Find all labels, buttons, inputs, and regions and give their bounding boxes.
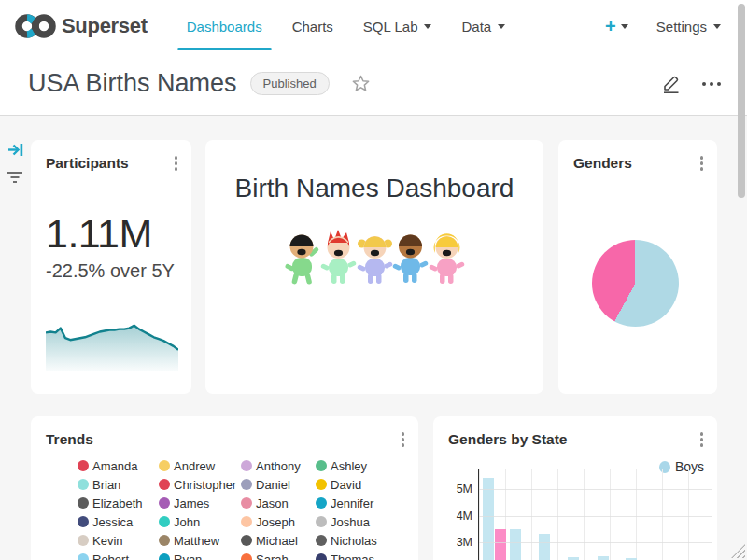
nav-tab-sqllab[interactable]: SQL Lab: [348, 0, 447, 52]
caret-down-icon: [424, 24, 431, 29]
settings-label: Settings: [656, 19, 707, 35]
legend-item[interactable]: Sarah: [241, 550, 316, 560]
legend-dot-icon: [78, 535, 89, 546]
legend-dot-icon: [78, 497, 89, 509]
legend-label: Sarah: [256, 553, 289, 560]
nav-tab-dashboards[interactable]: Dashboards: [172, 0, 277, 52]
legend-label: Amanda: [92, 459, 137, 473]
published-badge[interactable]: Published: [250, 72, 330, 95]
legend-label: Jason: [256, 497, 289, 511]
legend-dot-icon: [159, 553, 170, 560]
legend-item[interactable]: Brian: [78, 475, 159, 494]
legend-item[interactable]: Thomas: [316, 550, 418, 560]
legend-item[interactable]: Joshua: [316, 512, 418, 531]
filter-list-button[interactable]: [7, 170, 23, 189]
legend-label: Brian: [92, 478, 120, 492]
legend-dot-icon: [316, 460, 327, 471]
gridline: [479, 516, 712, 517]
legend-dot-icon: [316, 497, 327, 509]
bar-boys[interactable]: [510, 529, 521, 560]
bar-boys[interactable]: [598, 556, 609, 560]
bar-boys[interactable]: [483, 478, 494, 560]
legend-item[interactable]: Nicholas: [316, 531, 418, 550]
legend-item[interactable]: James: [159, 494, 241, 512]
brand-name: Superset: [62, 14, 148, 38]
gridline: [479, 542, 712, 543]
edit-dashboard-button[interactable]: [661, 73, 682, 94]
legend-item[interactable]: Jessica: [78, 512, 159, 531]
chart-kebab-menu[interactable]: [698, 430, 706, 449]
legend-item[interactable]: Jennifer: [316, 494, 418, 512]
bar-boys[interactable]: [539, 534, 550, 560]
legend-item[interactable]: Anthony: [241, 456, 316, 475]
legend-dot-icon: [241, 535, 252, 546]
legend-item[interactable]: Andrew: [159, 456, 241, 475]
trendline-sparkline[interactable]: [46, 317, 178, 371]
legend-label: Kevin: [92, 534, 123, 548]
genders-pie-chart[interactable]: [592, 240, 679, 327]
pencil-icon: [661, 73, 682, 94]
arrow-to-bar-icon: [7, 142, 24, 158]
y-tick-label: 3M: [433, 536, 472, 549]
more-actions-button[interactable]: [698, 78, 725, 90]
y-tick-label: 5M: [433, 483, 472, 496]
legend-dot-icon: [159, 535, 170, 546]
resize-handle-icon[interactable]: [731, 544, 745, 558]
chart-title: Genders: [573, 155, 632, 172]
legend-item[interactable]: Kevin: [78, 531, 159, 550]
nav-tab-charts[interactable]: Charts: [277, 0, 348, 52]
legend-item[interactable]: Daniel: [241, 475, 316, 494]
superset-logo[interactable]: Superset: [15, 12, 148, 40]
legend-dot-icon: [159, 479, 170, 490]
legend-item[interactable]: Jason: [241, 494, 316, 512]
legend-label: Matthew: [174, 534, 219, 548]
caret-down-icon: [498, 24, 505, 29]
caret-down-icon: [621, 24, 628, 29]
legend-item[interactable]: Robert: [78, 550, 159, 560]
legend-dot-icon: [241, 460, 252, 471]
chart-kebab-menu[interactable]: [400, 430, 407, 449]
bar-girls[interactable]: [495, 529, 506, 560]
legend-dot-icon: [316, 535, 327, 546]
legend-label: Michael: [256, 534, 298, 548]
bar-chart-plot-area[interactable]: [479, 469, 712, 560]
chart-kebab-menu[interactable]: [173, 154, 180, 173]
star-icon: [350, 73, 372, 94]
legend-dot-icon: [316, 479, 327, 490]
legend-item[interactable]: Michael: [241, 531, 316, 550]
legend-label: John: [174, 515, 200, 529]
legend-item[interactable]: Ashley: [316, 456, 418, 475]
legend-item[interactable]: John: [159, 512, 241, 531]
nav-tab-label: Charts: [292, 19, 333, 35]
nav-tab-data[interactable]: Data: [446, 0, 520, 52]
legend-dot-icon: [159, 516, 170, 527]
legend-dot-icon: [78, 553, 89, 560]
superset-dashboard-page: Superset Dashboards Charts SQL Lab Data …: [0, 0, 747, 560]
ellipsis-icon: [702, 82, 706, 86]
legend-item[interactable]: Matthew: [159, 531, 241, 550]
legend-dot-icon: [159, 460, 170, 471]
expand-filter-bar-button[interactable]: [7, 142, 24, 161]
chart-title: Participants: [46, 155, 129, 172]
legend-label: Joshua: [331, 515, 370, 529]
favorite-star-button[interactable]: [350, 73, 372, 94]
gridline: [479, 489, 712, 490]
header-actions: [661, 73, 725, 94]
legend-item[interactable]: Amanda: [78, 456, 159, 475]
ellipsis-icon: [710, 82, 713, 86]
legend-item[interactable]: Elizabeth: [78, 494, 159, 512]
legend-item[interactable]: Christopher: [159, 475, 241, 494]
chart-card-genders-by-state: Genders by State Boys 5M4M3M: [433, 416, 717, 560]
new-item-button[interactable]: +: [605, 16, 628, 37]
legend-item[interactable]: Ryan: [159, 550, 241, 560]
legend-item[interactable]: David: [316, 475, 418, 494]
chart-kebab-menu[interactable]: [698, 154, 706, 173]
settings-menu[interactable]: Settings: [656, 19, 721, 35]
big-number-value: 1.11M: [46, 211, 191, 257]
plus-icon: +: [605, 16, 616, 37]
scrollbar-thumb[interactable]: [738, 4, 745, 198]
ellipsis-icon: [717, 82, 721, 86]
legend-label: Nicholas: [331, 534, 377, 548]
nav-tab-label: SQL Lab: [363, 19, 418, 35]
legend-item[interactable]: Joseph: [241, 512, 316, 531]
